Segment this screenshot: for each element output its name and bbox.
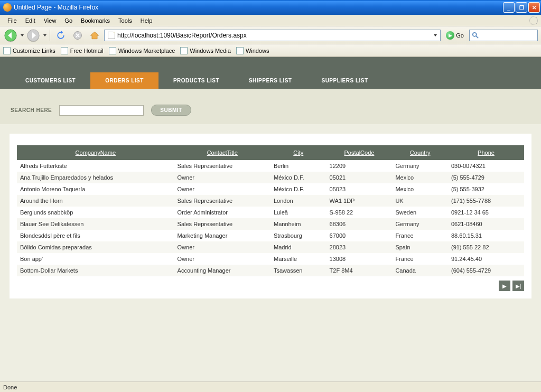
bookmark-item[interactable]: Windows Media — [180, 47, 231, 54]
bookmark-item[interactable]: Windows Marketplace — [109, 47, 175, 54]
window-minimize-button[interactable]: _ — [503, 2, 515, 13]
table-cell: Tsawassen — [270, 265, 327, 276]
tab-suppliers[interactable]: SUPPLIERS LIST — [306, 72, 383, 89]
status-text: Done — [3, 384, 17, 390]
page-icon — [109, 47, 116, 54]
table-cell: Accounting Manager — [174, 265, 270, 276]
table-cell: Owner — [174, 253, 270, 265]
table-cell: Sales Representative — [174, 160, 270, 172]
page-icon — [180, 47, 188, 54]
table-cell: 0921-12 34 65 — [448, 207, 524, 218]
separator — [50, 30, 50, 41]
table-cell: Blondesddsl père et fils — [17, 230, 174, 241]
page-content: CUSTOMERS LIST ORDERS LIST PRODUCTS LIST… — [0, 57, 541, 381]
table-row: Bólido Comidas preparadasOwnerMadrid2802… — [17, 241, 524, 253]
table-cell: (5) 555-3932 — [448, 183, 524, 195]
search-input[interactable] — [59, 105, 144, 116]
menu-tools[interactable]: Tools — [114, 16, 136, 25]
menu-go[interactable]: Go — [60, 16, 77, 25]
back-button[interactable] — [3, 28, 18, 43]
page-icon — [61, 47, 68, 54]
back-dropdown-icon[interactable] — [21, 34, 24, 36]
table-cell: 13008 — [327, 253, 393, 265]
table-cell: Spain — [392, 241, 448, 253]
table-cell: France — [392, 253, 448, 265]
firefox-icon — [3, 3, 12, 12]
grid-header-row: CompanyName ContactTitle City PostalCode… — [17, 145, 524, 160]
table-cell: 05023 — [327, 183, 393, 195]
table-cell: Marseille — [270, 253, 327, 265]
url-dropdown-icon[interactable] — [431, 34, 439, 36]
table-cell: S-958 22 — [327, 207, 393, 218]
home-button[interactable] — [87, 28, 102, 43]
table-cell: Strasbourg — [270, 230, 327, 241]
nav-toolbar: ▶ Go — [0, 26, 541, 44]
url-input[interactable] — [117, 31, 431, 40]
go-button[interactable]: ▶ Go — [446, 31, 464, 40]
reload-button[interactable] — [53, 28, 68, 43]
browser-search-box[interactable] — [469, 30, 538, 41]
menu-help[interactable]: Help — [136, 16, 157, 25]
window-titlebar: Untitled Page - Mozilla Firefox _ ❐ ✕ — [0, 0, 541, 15]
table-row: Blauer See DelikatessenSales Representat… — [17, 218, 524, 230]
table-cell: Antonio Moreno Taquería — [17, 183, 174, 195]
tab-orders[interactable]: ORDERS LIST — [90, 72, 158, 89]
bookmark-item[interactable]: Free Hotmail — [61, 47, 104, 54]
tab-shippers[interactable]: SHIPPERS LIST — [234, 72, 307, 89]
pager-next-button[interactable]: ▶ — [499, 281, 510, 291]
table-cell: 28023 — [327, 241, 393, 253]
statusbar: Done — [0, 381, 541, 392]
bookmark-item[interactable]: Windows — [236, 47, 269, 54]
table-cell: Ana Trujillo Emparedados y helados — [17, 172, 174, 183]
table-cell: Blauer See Delikatessen — [17, 218, 174, 230]
table-cell: Marketing Manager — [174, 230, 270, 241]
menu-bookmarks[interactable]: Bookmarks — [77, 16, 114, 25]
tab-customers[interactable]: CUSTOMERS LIST — [11, 72, 90, 89]
window-maximize-button[interactable]: ❐ — [516, 2, 527, 13]
activity-indicator-icon — [529, 16, 538, 25]
col-header-contact[interactable]: ContactTitle — [174, 145, 270, 160]
header-band: CUSTOMERS LIST ORDERS LIST PRODUCTS LIST… — [0, 57, 541, 89]
col-header-company[interactable]: CompanyName — [17, 145, 174, 160]
window-title: Untitled Page - Mozilla Firefox — [14, 4, 503, 11]
table-cell: (604) 555-4729 — [448, 265, 524, 276]
url-bar[interactable] — [104, 30, 441, 41]
table-cell: Canada — [392, 265, 448, 276]
bookmarks-bar: Customize Links Free Hotmail Windows Mar… — [0, 44, 541, 57]
col-header-postal[interactable]: PostalCode — [327, 145, 393, 160]
bookmark-item[interactable]: Customize Links — [3, 47, 55, 54]
table-cell: Bólido Comidas preparadas — [17, 241, 174, 253]
table-cell: Berlin — [270, 160, 327, 172]
table-cell: UK — [392, 195, 448, 207]
submit-button[interactable]: SUBMIT — [151, 105, 191, 116]
menu-edit[interactable]: Edit — [21, 16, 40, 25]
forward-button[interactable] — [26, 28, 41, 43]
table-row: Ana Trujillo Emparedados y heladosOwnerM… — [17, 172, 524, 183]
table-cell: 91.24.45.40 — [448, 253, 524, 265]
col-header-country[interactable]: Country — [392, 145, 448, 160]
forward-dropdown-icon[interactable] — [43, 34, 46, 36]
menu-file[interactable]: File — [3, 16, 21, 25]
col-header-city[interactable]: City — [270, 145, 327, 160]
table-cell: Alfreds Futterkiste — [17, 160, 174, 172]
table-cell: México D.F. — [270, 183, 327, 195]
table-cell: Sales Representative — [174, 195, 270, 207]
tab-products[interactable]: PRODUCTS LIST — [158, 72, 234, 89]
table-cell: Owner — [174, 183, 270, 195]
data-grid: CompanyName ContactTitle City PostalCode… — [17, 145, 524, 276]
table-row: Alfreds FutterkisteSales RepresentativeB… — [17, 160, 524, 172]
menubar: File Edit View Go Bookmarks Tools Help — [0, 15, 541, 26]
table-cell: Order Administrator — [174, 207, 270, 218]
window-close-button[interactable]: ✕ — [528, 2, 540, 13]
table-cell: Mexico — [392, 172, 448, 183]
svg-point-3 — [473, 32, 477, 36]
pager-last-button[interactable]: ▶| — [512, 281, 524, 291]
menu-view[interactable]: View — [40, 16, 61, 25]
table-cell: México D.F. — [270, 172, 327, 183]
col-header-phone[interactable]: Phone — [448, 145, 524, 160]
table-row: Antonio Moreno TaqueríaOwnerMéxico D.F.0… — [17, 183, 524, 195]
stop-button[interactable] — [70, 28, 85, 43]
table-cell: 12209 — [327, 160, 393, 172]
table-cell: Around the Horn — [17, 195, 174, 207]
table-cell: Bottom-Dollar Markets — [17, 265, 174, 276]
